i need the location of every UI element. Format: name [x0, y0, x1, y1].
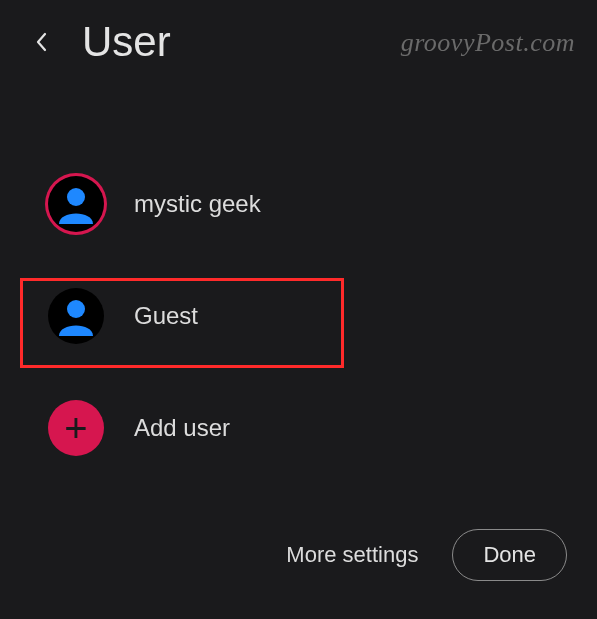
back-button[interactable] — [30, 30, 54, 54]
more-settings-link[interactable]: More settings — [286, 542, 418, 568]
user-row-guest[interactable]: Guest — [48, 274, 577, 358]
add-user-circle: + — [48, 400, 104, 456]
done-button[interactable]: Done — [452, 529, 567, 581]
avatar-guest — [48, 288, 104, 344]
watermark: groovyPost.com — [401, 28, 575, 58]
avatar-selected — [48, 176, 104, 232]
svg-point-0 — [67, 188, 85, 206]
user-row-add[interactable]: + Add user — [48, 386, 577, 470]
svg-point-1 — [67, 300, 85, 318]
footer: More settings Done — [286, 529, 567, 581]
user-list: mystic geek Guest + Add user — [0, 162, 597, 470]
person-icon — [54, 294, 98, 338]
person-icon — [54, 182, 98, 226]
plus-icon: + — [64, 408, 87, 448]
user-label: Add user — [134, 414, 230, 442]
user-label: Guest — [134, 302, 198, 330]
user-row-current[interactable]: mystic geek — [48, 162, 577, 246]
user-label: mystic geek — [134, 190, 261, 218]
chevron-left-icon — [35, 31, 49, 53]
page-title: User — [82, 18, 171, 66]
